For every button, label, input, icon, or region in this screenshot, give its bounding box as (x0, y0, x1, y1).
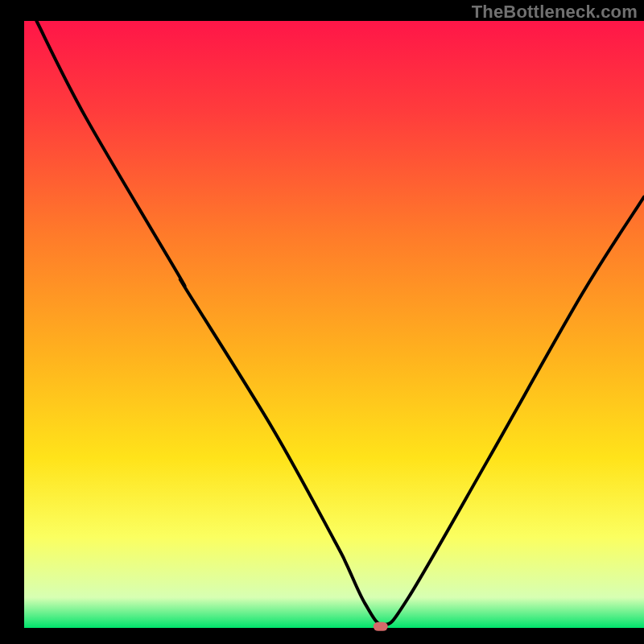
chart-frame: TheBottleneck.com (0, 0, 644, 644)
watermark-text: TheBottleneck.com (472, 2, 638, 23)
optimal-marker (374, 622, 388, 631)
bottleneck-chart (0, 0, 644, 644)
